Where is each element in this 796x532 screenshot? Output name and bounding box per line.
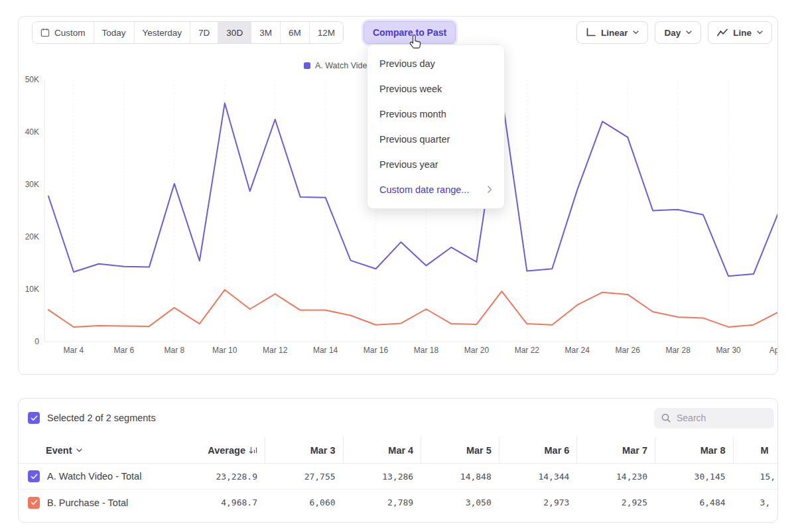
range-label: 6M [289, 28, 301, 38]
segments-table: Event Average Mar 3Mar 4Mar 5Mar 6Mar 7M… [19, 437, 777, 515]
x-tick-label: Mar 14 [313, 346, 338, 355]
compare-menu: Previous dayPrevious weekPrevious monthP… [367, 44, 505, 209]
menu-item-previous-year[interactable]: Previous year [367, 152, 504, 177]
chevron-right-icon [488, 184, 492, 195]
date-range-group: CustomTodayYesterday7D30D3M6M12M [32, 21, 344, 44]
chevron-down-icon [757, 31, 763, 34]
value-cell: 2,789 [343, 490, 421, 515]
segments-selected-text: Selected 2 of 2 segments [47, 413, 156, 423]
range-button-today[interactable]: Today [94, 22, 135, 43]
range-label: Custom [54, 28, 86, 38]
menu-item-previous-week[interactable]: Previous week [367, 76, 504, 101]
compare-to-past-button[interactable]: Compare to Past [364, 21, 456, 44]
range-label: 3M [259, 28, 272, 38]
chart-card: CustomTodayYesterday7D30D3M6M12M Compare… [18, 16, 778, 375]
table-body: A. Watch Video - Total23,228.927,75513,2… [19, 464, 777, 515]
event-cell: B. Purchase - Total [19, 490, 189, 515]
range-label: 7D [198, 28, 210, 38]
event-header-label: Event [46, 445, 72, 456]
x-tick-label: Mar 28 [665, 346, 691, 355]
average-header-label: Average [208, 445, 245, 456]
legend-label: A. Watch Video [315, 61, 371, 70]
range-button-7d[interactable]: 7D [190, 22, 218, 43]
menu-item-previous-day[interactable]: Previous day [367, 51, 504, 76]
y-tick-label: 30K [25, 180, 39, 189]
menu-item-custom-date-range[interactable]: Custom date range... [367, 177, 504, 202]
chart-type-label: Line [733, 28, 752, 38]
menu-item-label: Previous quarter [379, 134, 450, 145]
column-header-mar-3[interactable]: Mar 3 [265, 437, 343, 463]
column-header-label: Mar 6 [544, 445, 569, 456]
sort-descending-icon [249, 446, 257, 454]
legend-swatch [304, 62, 310, 69]
table-row: A. Watch Video - Total23,228.927,75513,2… [19, 464, 777, 490]
column-header-average[interactable]: Average [189, 437, 265, 463]
segments-checkbox[interactable] [28, 412, 40, 424]
range-button-yesterday[interactable]: Yesterday [135, 22, 191, 43]
menu-item-label: Previous week [379, 84, 442, 94]
table-header-row: Event Average Mar 3Mar 4Mar 5Mar 6Mar 7M… [19, 437, 777, 464]
y-tick-label: 10K [25, 285, 39, 294]
range-label: 12M [318, 28, 335, 38]
value-cell: 14,344 [499, 464, 577, 489]
range-button-custom[interactable]: Custom [33, 22, 94, 43]
toolbar: CustomTodayYesterday7D30D3M6M12M Compare… [19, 17, 777, 44]
event-cell: A. Watch Video - Total [19, 464, 189, 489]
range-label: 30D [226, 28, 243, 38]
range-button-3m[interactable]: 3M [251, 22, 281, 43]
y-tick-label: 0 [34, 337, 39, 346]
column-header-mar-7[interactable]: Mar 7 [576, 437, 655, 463]
range-button-30d[interactable]: 30D [218, 22, 251, 43]
value-cell: 13,286 [343, 464, 421, 489]
menu-item-previous-quarter[interactable]: Previous quarter [367, 127, 504, 152]
x-tick-label: Mar 12 [263, 346, 288, 355]
column-header-event[interactable]: Event [19, 437, 189, 463]
x-tick-label: Mar 26 [616, 346, 641, 355]
column-header-mar-6[interactable]: Mar 6 [499, 437, 577, 463]
menu-item-label: Previous month [379, 109, 446, 119]
menu-item-label: Custom date range... [379, 184, 469, 195]
chart-type-button[interactable]: Line [708, 21, 772, 44]
legend-item-watch-video[interactable]: A. Watch Video [304, 61, 371, 70]
menu-item-label: Previous day [379, 58, 435, 69]
column-header-label: Mar 3 [310, 445, 336, 456]
scale-button[interactable]: Linear [576, 21, 649, 44]
range-button-6m[interactable]: 6M [281, 22, 310, 43]
value-cell: 15, [733, 464, 778, 489]
column-header-mar-8[interactable]: Mar 8 [655, 437, 733, 463]
x-tick-label: Apr 1 [769, 346, 778, 355]
interval-button[interactable]: Day [655, 21, 701, 44]
chart-controls: Linear Day Line [576, 21, 772, 44]
range-button-12m[interactable]: 12M [310, 22, 343, 43]
x-tick-label: Mar 4 [64, 346, 84, 355]
menu-item-label: Previous year [379, 159, 438, 170]
x-tick-label: Mar 10 [212, 346, 237, 355]
range-label: Today [102, 28, 126, 38]
table-row: B. Purchase - Total4,968.76,0602,7893,05… [19, 490, 777, 515]
row-checkbox[interactable] [28, 470, 40, 482]
row-checkbox[interactable] [28, 497, 40, 509]
interval-label: Day [664, 28, 681, 38]
column-header-mar-5[interactable]: Mar 5 [421, 437, 499, 463]
value-cell: 14,230 [576, 464, 655, 489]
column-header-mar-4[interactable]: Mar 4 [343, 437, 421, 463]
value-cell: 2,973 [499, 490, 577, 515]
value-cell: 6,484 [655, 490, 733, 515]
search-input[interactable] [677, 413, 767, 423]
x-tick-label: Mar 8 [164, 346, 184, 355]
value-cell: 6,060 [265, 490, 343, 515]
search-box[interactable] [654, 408, 774, 429]
value-cell: 27,755 [265, 464, 343, 489]
column-header-label: Mar 5 [466, 445, 492, 456]
value-cell: 3, [733, 490, 778, 515]
column-header-m[interactable]: M [733, 437, 778, 463]
row-label: B. Purchase - Total [47, 498, 128, 508]
y-tick-label: 50K [25, 75, 39, 84]
x-tick-label: Mar 6 [114, 346, 135, 355]
range-label: Yesterday [143, 28, 182, 38]
menu-item-previous-month[interactable]: Previous month [367, 101, 504, 127]
axis-icon [586, 28, 596, 37]
line-chart-icon [717, 29, 728, 36]
search-icon [661, 413, 671, 423]
x-tick-label: Mar 18 [414, 346, 439, 355]
